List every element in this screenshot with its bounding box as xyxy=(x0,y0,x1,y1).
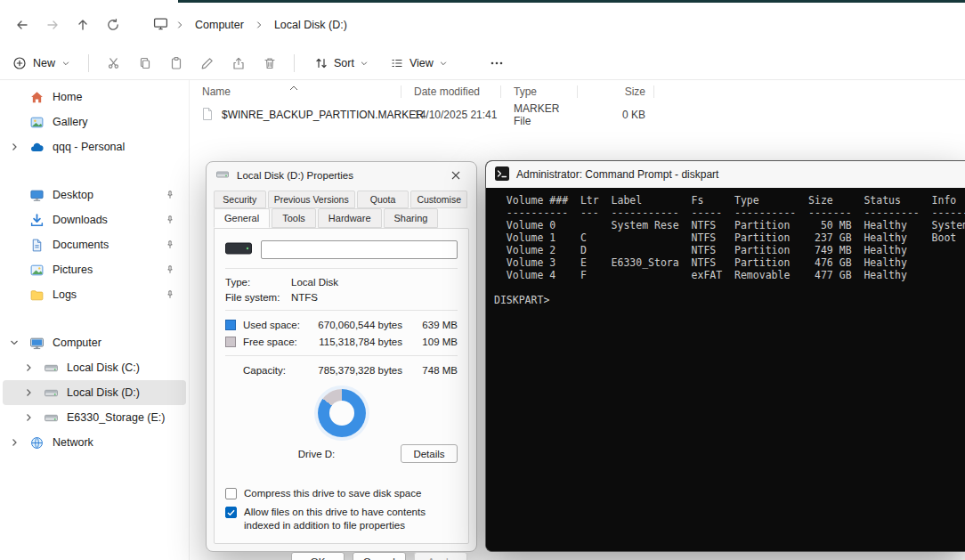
tab-quota[interactable]: Quota xyxy=(357,191,410,208)
drive-name-input[interactable] xyxy=(261,240,458,259)
pictures-icon xyxy=(29,263,45,278)
dialog-button-row: OK Cancel Apply xyxy=(207,544,476,560)
sidebar-item-logs[interactable]: Logs xyxy=(3,282,186,307)
sidebar-item-e6330-storage[interactable]: E6330_Storage (E:) xyxy=(3,405,186,430)
paste-button[interactable] xyxy=(160,50,191,77)
chevron-down-icon xyxy=(360,59,369,68)
gallery-icon xyxy=(29,115,45,130)
pin-icon xyxy=(165,239,175,250)
plus-icon xyxy=(12,56,27,70)
more-options-button[interactable] xyxy=(482,50,513,77)
divider xyxy=(225,310,458,311)
tab-tools[interactable]: Tools xyxy=(272,208,316,228)
tab-customise[interactable]: Customise xyxy=(410,191,467,208)
file-list-headers: Name Date modified Type Size xyxy=(190,80,965,103)
free-space-legend-swatch xyxy=(225,337,236,347)
tab-security[interactable]: Security xyxy=(214,191,266,208)
toolbar-divider xyxy=(88,54,89,72)
column-header-date-modified[interactable]: Date modified xyxy=(401,80,501,103)
view-button-label: View xyxy=(410,57,434,69)
indexing-checkbox[interactable]: Allow files on this drive to have conten… xyxy=(225,506,458,532)
free-space-bytes: 115,318,784 bytes xyxy=(302,337,417,347)
back-button[interactable] xyxy=(7,10,37,40)
pin-icon xyxy=(165,264,175,275)
column-header-type[interactable]: Type xyxy=(501,80,578,103)
copy-button[interactable] xyxy=(129,50,160,77)
tab-sharing[interactable]: Sharing xyxy=(384,208,439,228)
drive-icon xyxy=(44,386,59,401)
chevron-right-icon xyxy=(175,20,184,29)
compress-checkbox[interactable]: Compress this drive to save disk space xyxy=(225,487,458,499)
breadcrumb-item-computer[interactable]: Computer xyxy=(191,16,247,34)
delete-button[interactable] xyxy=(254,50,285,77)
column-header-label: Type xyxy=(514,85,537,98)
sidebar-item-label: E6330_Storage (E:) xyxy=(67,411,166,424)
cmd-console[interactable]: Volume ### Ltr Label Fs Type Size Status… xyxy=(486,188,965,551)
share-icon xyxy=(231,56,246,70)
file-row[interactable]: $WINRE_BACKUP_PARTITION.MARKER 14/10/202… xyxy=(190,103,965,126)
sidebar-item-label: Logs xyxy=(53,288,77,301)
cmd-titlebar[interactable]: Administrator: Command Prompt - diskpart xyxy=(486,161,965,188)
view-button[interactable]: View xyxy=(390,56,448,70)
computer-icon xyxy=(29,336,45,351)
chevron-right-icon xyxy=(23,387,34,398)
details-button[interactable]: Details xyxy=(401,444,458,463)
capacity-bytes: 785,379,328 bytes xyxy=(302,365,417,376)
sidebar-item-network[interactable]: Network xyxy=(3,430,186,455)
disk-usage-pie-chart xyxy=(318,389,366,437)
sidebar-item-local-disk-c[interactable]: Local Disk (C:) xyxy=(3,355,186,380)
cmd-window: Administrator: Command Prompt - diskpart… xyxy=(485,160,965,552)
tab-general[interactable]: General xyxy=(214,208,270,228)
desktop-screen: Computer Local Disk (D:) New xyxy=(0,0,965,560)
apply-button[interactable]: Apply xyxy=(414,552,467,560)
close-icon[interactable] xyxy=(441,165,471,186)
breadcrumb-item-local-disk-d[interactable]: Local Disk (D:) xyxy=(271,16,351,34)
divider xyxy=(225,268,458,269)
compress-checkbox-label: Compress this drive to save disk space xyxy=(244,487,421,499)
chevron-right-icon xyxy=(23,362,34,373)
back-icon xyxy=(15,18,29,32)
sort-icon xyxy=(314,56,328,70)
downloads-icon xyxy=(29,213,45,228)
address-bar[interactable]: Computer Local Disk (D:) xyxy=(153,16,351,34)
cut-button[interactable] xyxy=(98,50,129,77)
tab-hardware[interactable]: Hardware xyxy=(318,208,382,228)
dialog-titlebar[interactable]: Local Disk (D:) Properties xyxy=(207,162,476,189)
column-header-size[interactable]: Size xyxy=(578,80,654,103)
column-header-name[interactable]: Name xyxy=(190,80,401,103)
sidebar-section-gap xyxy=(0,307,189,330)
new-button-label: New xyxy=(33,57,55,69)
sort-button[interactable]: Sort xyxy=(314,56,369,70)
file-type: MARKER File xyxy=(501,102,578,127)
checkbox-unchecked xyxy=(225,488,237,499)
sidebar-item-label: Gallery xyxy=(53,116,88,128)
share-button[interactable] xyxy=(223,50,254,77)
sidebar-item-documents[interactable]: Documents xyxy=(3,232,186,257)
sidebar-item-label: Desktop xyxy=(53,189,93,201)
cmd-icon xyxy=(495,166,509,183)
sidebar-item-label: Local Disk (D:) xyxy=(67,386,140,399)
rename-button[interactable] xyxy=(191,50,223,77)
up-button[interactable] xyxy=(68,10,98,40)
file-icon xyxy=(200,107,215,124)
refresh-button[interactable] xyxy=(98,10,128,40)
sidebar-item-gallery[interactable]: Gallery xyxy=(3,110,186,134)
free-space-label: Free space: xyxy=(243,337,302,347)
chevron-down-icon xyxy=(439,59,448,68)
desktop-icon xyxy=(29,188,45,203)
forward-button[interactable] xyxy=(37,10,68,40)
sidebar-item-home[interactable]: Home xyxy=(3,85,186,110)
tab-previous-versions[interactable]: Previous Versions xyxy=(268,191,355,208)
sidebar-item-pictures[interactable]: Pictures xyxy=(3,257,186,282)
sidebar-item-downloads[interactable]: Downloads xyxy=(3,207,186,232)
sidebar-item-local-disk-d[interactable]: Local Disk (D:) xyxy=(3,380,186,405)
capacity-size: 748 MB xyxy=(417,365,458,376)
sidebar-item-desktop[interactable]: Desktop xyxy=(3,183,186,207)
sidebar-item-onedrive[interactable]: qqq - Personal xyxy=(3,134,186,159)
new-button[interactable]: New xyxy=(12,56,70,70)
console-output[interactable]: Volume ### Ltr Label Fs Type Size Status… xyxy=(486,188,965,306)
cancel-button[interactable]: Cancel xyxy=(353,552,406,560)
drive-icon xyxy=(44,410,59,426)
sidebar-item-computer[interactable]: Computer xyxy=(3,330,186,355)
ok-button[interactable]: OK xyxy=(291,552,345,560)
